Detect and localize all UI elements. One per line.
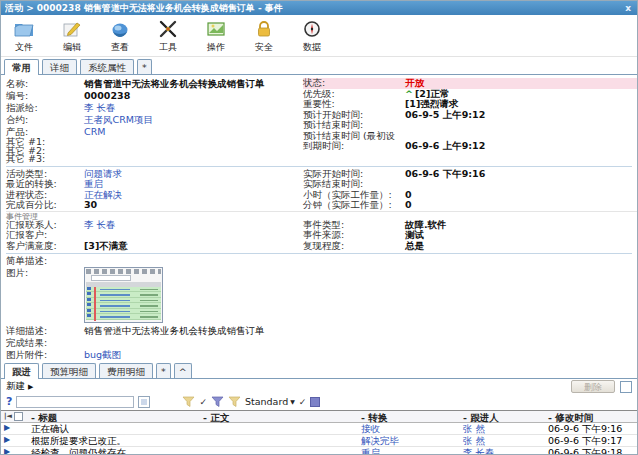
importance-value: [1]强烈请求: [405, 99, 458, 110]
related-tabbar: 跟进 预算明细 费用明细 * ^: [1, 363, 637, 379]
cell-transition-link[interactable]: 解决完毕: [359, 435, 461, 446]
table-row[interactable]: ▶ 正在确认 接收 张 然 06-9-6 下午9:16: [1, 423, 637, 435]
toolbar-button-file[interactable]: 文件: [7, 18, 41, 54]
thumbnail-row-icons: [87, 287, 91, 320]
field-label: 完成结果:: [6, 337, 84, 349]
collapse-all-icon[interactable]: |◄: [4, 410, 12, 423]
contract-link[interactable]: 王者风CRM项目: [84, 114, 153, 126]
column-header-body[interactable]: - 正文: [201, 411, 359, 422]
field-label: 其它 #3:: [6, 155, 84, 164]
field-label: 状态:: [303, 78, 405, 89]
cell-transition-link[interactable]: 重启: [359, 447, 461, 455]
number-value: 0000238: [84, 90, 130, 102]
column-header-transition[interactable]: - 转换: [359, 411, 461, 422]
help-icon[interactable]: ?: [6, 395, 12, 408]
field-label: 合约:: [6, 114, 84, 126]
field-label: 事件来源:: [303, 230, 405, 241]
section-description: 简单描述: 图片: 详细描述:销售管道中无法将业务机会转换成销售订: [6, 256, 637, 361]
table-row[interactable]: ▶ 根据所提要求已改正。 解决完毕 张 然 06-9-6 下午9:17: [1, 435, 637, 447]
field-label: 最近的转换:: [6, 179, 84, 190]
followup-action-row: 新建 ▶ 删除: [1, 379, 637, 394]
tab-mini-collapse[interactable]: ^: [174, 363, 192, 378]
field-label: 编号:: [6, 90, 84, 102]
search-input[interactable]: [16, 396, 134, 408]
select-all-checkbox[interactable]: [14, 412, 23, 421]
cell-title: 根据所提要求已改正。: [29, 435, 201, 446]
filter-funnel-blue-icon[interactable]: [211, 396, 224, 408]
column-header-follower[interactable]: - 跟进人: [461, 411, 546, 422]
filter-funnel-yellow2-icon[interactable]: [228, 396, 241, 408]
last-transition-link[interactable]: 重启: [84, 179, 103, 190]
field-label: 客户满意度:: [6, 241, 84, 252]
section-general: 名称:销售管道中无法将业务机会转换成销售订单 编号:0000238 指派给:李 …: [6, 78, 637, 164]
field-label: 重要性:: [303, 99, 405, 110]
toolbar-label: 安全: [255, 41, 273, 54]
tab-budget-details[interactable]: 预算明细: [42, 363, 96, 378]
cell-transition-link[interactable]: 接收: [359, 423, 461, 434]
selection-checkbox-button[interactable]: [620, 381, 632, 393]
delete-button-disabled[interactable]: 删除: [571, 380, 615, 393]
thumbnail-menu-strip: [86, 269, 161, 274]
cell-follower-link[interactable]: 张 然: [461, 435, 546, 446]
section-progress: 活动类型:问题请求 最近的转换:重启 进程状态:正在解决 完成百分比:30 实际…: [6, 169, 637, 211]
field-label: 完成百分比:: [6, 200, 84, 211]
cell-follower-link[interactable]: 李 长春: [461, 447, 546, 455]
report-contact-link[interactable]: 李 长春: [84, 220, 116, 231]
followup-table: |◄ - 标题 - 正文 - 转换 - 跟进人 - 修改时间 ▶ 正在确认 接收…: [1, 410, 637, 455]
view-settings-icon[interactable]: [310, 397, 320, 407]
tab-detail[interactable]: 详细: [42, 59, 77, 74]
tab-followups[interactable]: 跟进: [4, 363, 39, 379]
apply-filter-check-icon[interactable]: ✓: [199, 397, 207, 407]
close-icon[interactable]: x: [623, 3, 633, 13]
expand-row-icon[interactable]: ▶: [4, 434, 10, 446]
tab-system-properties[interactable]: 系统属性: [80, 59, 134, 74]
new-followup-button[interactable]: 新建: [6, 380, 25, 393]
est-start-value: 06-9-5 上午9:12: [405, 110, 485, 121]
field-label: 指派给:: [6, 102, 84, 114]
cell-body: [201, 435, 359, 446]
confirm-check-icon[interactable]: ✓: [299, 397, 307, 407]
toolbar-label: 文件: [15, 41, 33, 54]
minutes-actual-value: 0: [405, 200, 412, 211]
tab-mini-star[interactable]: *: [156, 363, 171, 378]
window-titlebar: 活动 > 0000238 销售管道中无法将业务机会转换成销售订单 - 事件 x: [1, 1, 637, 15]
tab-expense-details[interactable]: 费用明细: [99, 363, 153, 378]
security-lock-icon: [253, 18, 275, 40]
new-menu-arrow-icon[interactable]: ▶: [28, 383, 33, 391]
product-link[interactable]: CRM: [84, 126, 105, 138]
column-header-title[interactable]: - 标题: [29, 411, 201, 422]
toolbar-button-tools[interactable]: 工具: [151, 18, 185, 54]
followup-filter-row: ? ✓ Standard ▼ ✓: [1, 394, 637, 410]
percent-complete-value: 30: [84, 200, 97, 211]
filter-funnel-yellow-icon[interactable]: [182, 396, 195, 408]
table-row[interactable]: ▶ 经检查，问题仍然存在 重启 李 长春 06-9-6 下午9:18: [1, 447, 637, 455]
edit-pencil-icon: [61, 18, 83, 40]
filter-checkbox[interactable]: [138, 396, 150, 408]
cell-title: 经检查，问题仍然存在: [29, 447, 201, 455]
cell-modified: 06-9-6 下午9:18: [546, 447, 637, 455]
field-label: 分钟（实际工作量）:: [303, 200, 405, 211]
tab-more[interactable]: *: [137, 59, 152, 74]
standard-view-dropdown[interactable]: Standard ▼: [245, 396, 295, 407]
toolbar-button-edit[interactable]: 编辑: [55, 18, 89, 54]
toolbar-button-security[interactable]: 安全: [247, 18, 281, 54]
assigned-to-link[interactable]: 李 长春: [84, 102, 116, 114]
cell-follower-link[interactable]: 张 然: [461, 423, 546, 434]
toolbar-button-view[interactable]: 查看: [103, 18, 137, 54]
cell-modified: 06-9-6 下午9:16: [546, 423, 637, 434]
section-divider: [6, 166, 632, 167]
cell-body: [201, 447, 359, 455]
thumbnail-red-marker: [94, 287, 96, 321]
toolbar-button-data[interactable]: 数据: [295, 18, 329, 54]
column-header-modified[interactable]: - 修改时间: [546, 411, 637, 422]
reproducibility-value: 总是: [405, 241, 424, 252]
toolbar: 文件 编辑 查看 工具 操作: [1, 15, 637, 57]
tools-icon: [157, 18, 179, 40]
expand-row-icon[interactable]: ▶: [4, 422, 10, 434]
expand-row-icon[interactable]: ▶: [4, 446, 10, 455]
attachment-link[interactable]: bug截图: [84, 349, 121, 361]
table-header-row: |◄ - 标题 - 正文 - 转换 - 跟进人 - 修改时间: [1, 410, 637, 423]
tab-common[interactable]: 常用: [4, 59, 39, 75]
embedded-screenshot-thumbnail[interactable]: [84, 267, 163, 323]
toolbar-button-operations[interactable]: 操作: [199, 18, 233, 54]
